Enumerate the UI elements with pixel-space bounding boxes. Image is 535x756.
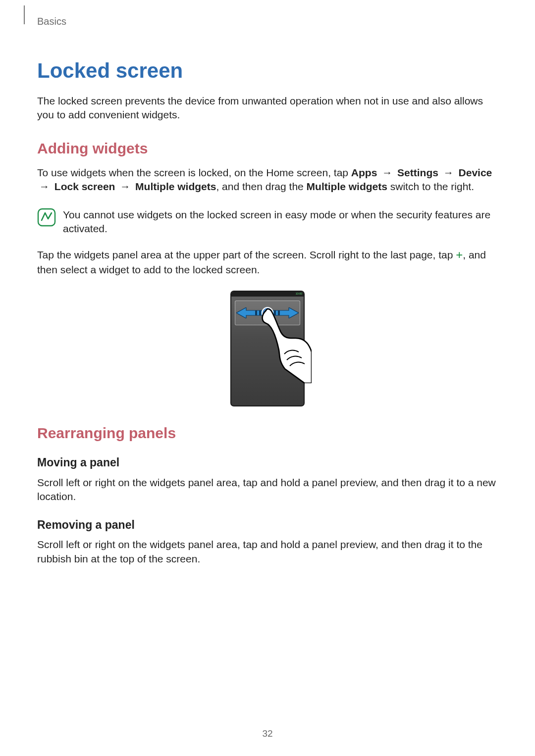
phone-frame: 10:00 bbox=[230, 291, 305, 406]
ui-path-lock-screen: Lock screen bbox=[54, 181, 115, 192]
adding-widgets-instructions: To use widgets when the screen is locked… bbox=[37, 166, 498, 194]
status-time: 10:00 bbox=[295, 292, 302, 296]
removing-panel-body: Scroll left or right on the widgets pane… bbox=[37, 538, 498, 566]
status-bar: 10:00 bbox=[231, 292, 304, 297]
arrow-right-glyph: → bbox=[443, 167, 454, 178]
ui-label-multiple-widgets: Multiple widgets bbox=[307, 181, 387, 192]
note-icon bbox=[37, 208, 56, 227]
tap-widgets-paragraph: Tap the widgets panel area at the upper … bbox=[37, 247, 498, 277]
moving-panel-body: Scroll left or right on the widgets pane… bbox=[37, 476, 498, 504]
note-callout: You cannot use widgets on the locked scr… bbox=[37, 208, 498, 236]
intro-paragraph: The locked screen prevents the device fr… bbox=[37, 94, 498, 122]
ui-path-multiple-widgets: Multiple widgets bbox=[135, 181, 216, 192]
breadcrumb-rule bbox=[24, 5, 25, 24]
section-adding-widgets-heading: Adding widgets bbox=[37, 139, 498, 159]
phone-screen: 10:00 bbox=[231, 292, 304, 405]
figure-swipe-widgets: 10:00 bbox=[37, 291, 498, 406]
arrow-right-glyph: → bbox=[39, 181, 50, 192]
text-run: To use widgets when the screen is locked… bbox=[37, 167, 351, 178]
section-rearranging-panels-heading: Rearranging panels bbox=[37, 423, 498, 444]
text-run: , and then drag the bbox=[216, 181, 306, 192]
arrow-right-glyph: → bbox=[120, 181, 130, 192]
arrow-right-glyph: → bbox=[382, 167, 392, 178]
text-run: Tap the widgets panel area at the upper … bbox=[37, 249, 456, 260]
ui-path-apps: Apps bbox=[351, 167, 377, 178]
page-title: Locked screen bbox=[37, 57, 498, 85]
text-run: switch to the right. bbox=[387, 181, 474, 192]
subsection-moving-panel-heading: Moving a panel bbox=[37, 455, 498, 470]
breadcrumb: Basics bbox=[37, 15, 498, 28]
page-number: 32 bbox=[0, 727, 535, 740]
plus-icon: + bbox=[456, 247, 463, 263]
subsection-removing-panel-heading: Removing a panel bbox=[37, 517, 498, 533]
note-text: You cannot use widgets on the locked scr… bbox=[63, 208, 498, 236]
manual-page: Basics Locked screen The locked screen p… bbox=[0, 0, 535, 756]
ui-path-device: Device bbox=[459, 167, 492, 178]
hand-icon bbox=[257, 306, 312, 383]
ui-path-settings: Settings bbox=[397, 167, 438, 178]
svg-rect-0 bbox=[38, 209, 55, 226]
